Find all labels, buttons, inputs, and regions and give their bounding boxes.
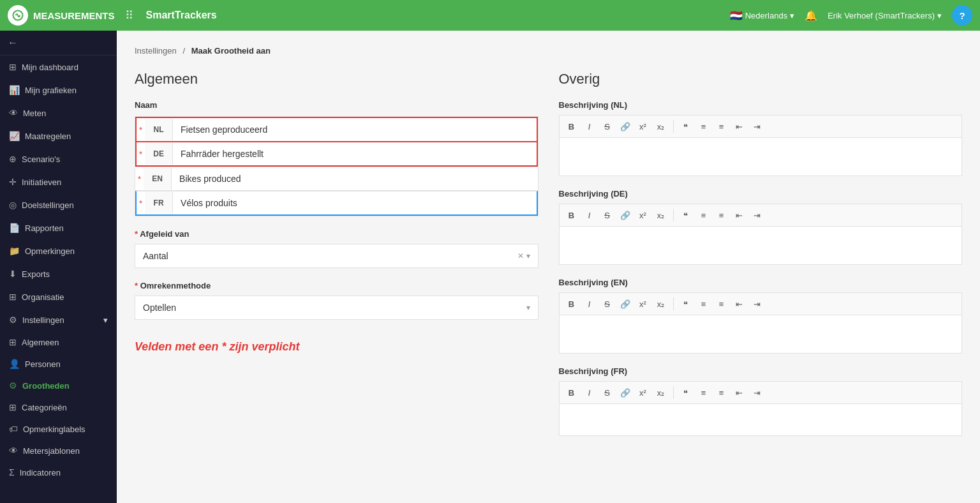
link-button-en[interactable]: 🔗 <box>617 296 634 312</box>
quote-button-nl[interactable]: ❝ <box>678 118 694 135</box>
desc-fr-editor[interactable] <box>559 404 963 436</box>
sub-button-fr[interactable]: x₂ <box>653 384 669 401</box>
ol-button-en[interactable]: ≡ <box>713 296 730 312</box>
bold-button-fr[interactable]: B <box>563 384 580 401</box>
name-input-de[interactable] <box>173 142 536 165</box>
sidebar-item-rapporten[interactable]: 📄 Rapporten <box>0 216 117 239</box>
italic-button-fr[interactable]: I <box>581 384 598 401</box>
name-row-nl: * NL <box>135 117 538 142</box>
omrekenmethode-dropdown-icon[interactable]: ▾ <box>526 303 530 312</box>
grootheden-icon: ⚙ <box>9 380 17 391</box>
sidebar-sub-indicatoren[interactable]: Σ Indicatoren <box>0 462 117 483</box>
naam-label: Naam <box>135 100 538 110</box>
sidebar-item-organisatie[interactable]: ⊞ Organisatie <box>0 285 117 308</box>
sup-button-en[interactable]: x² <box>635 296 651 312</box>
ul-button-de[interactable]: ≡ <box>695 207 712 223</box>
sidebar-item-maatregelen[interactable]: 📈 Maatregelen <box>0 124 117 147</box>
ol-button-nl[interactable]: ≡ <box>713 118 730 135</box>
afgeleid-clear-button[interactable]: ✕ <box>517 252 524 260</box>
desc-en-toolbar: B I S 🔗 x² x₂ ❝ ≡ ≡ ⇤ ⇥ <box>559 292 963 315</box>
sidebar-item-grafieken[interactable]: 📊 Mijn grafieken <box>0 79 117 101</box>
ul-button-fr[interactable]: ≡ <box>695 384 712 401</box>
sidebar-sub-metersjablonen[interactable]: 👁 Metersjablonen <box>0 440 117 462</box>
italic-button-en[interactable]: I <box>581 296 598 312</box>
sidebar-item-meten[interactable]: 👁 Meten <box>0 101 117 124</box>
app-title: SmartTrackers <box>146 10 730 21</box>
algemeen-section: Algemeen Naam * NL * DE <box>135 71 538 449</box>
sup-button-de[interactable]: x² <box>635 207 651 223</box>
omrekenmethode-required-star: * <box>135 281 140 290</box>
sidebar-item-doelstellingen[interactable]: ◎ Doelstellingen <box>0 193 117 216</box>
sidebar-item-initiatieven[interactable]: ✛ Initiatieven <box>0 170 117 193</box>
link-button-de[interactable]: 🔗 <box>617 207 634 223</box>
indent-button-fr[interactable]: ⇥ <box>749 384 766 401</box>
sidebar-item-scenarios[interactable]: ⊕ Scenario's <box>0 147 117 170</box>
sidebar-sub-opmerkinglabels[interactable]: 🏷 Opmerkinglabels <box>0 418 117 440</box>
afgeleid-select[interactable]: Aantal ✕ ▾ <box>135 244 538 268</box>
bell-icon[interactable]: 🔔 <box>805 10 817 22</box>
language-selector[interactable]: 🇳🇱 Nederlands ▾ <box>730 10 795 22</box>
outdent-button-en[interactable]: ⇤ <box>731 296 748 312</box>
name-input-nl[interactable] <box>173 118 536 141</box>
sidebar-sub-label: Opmerkinglabels <box>23 424 85 434</box>
sidebar-item-instellingen[interactable]: ⚙ Instellingen ▾ <box>0 308 117 331</box>
breadcrumb-parent[interactable]: Instellingen <box>135 46 177 56</box>
ol-button-fr[interactable]: ≡ <box>713 384 730 401</box>
desc-nl-editor[interactable] <box>559 138 963 176</box>
logo[interactable]: MEASUREMENTS <box>8 5 115 26</box>
sub-button-en[interactable]: x₂ <box>653 296 669 312</box>
sidebar-item-dashboard[interactable]: ⊞ Mijn dashboard <box>0 56 117 79</box>
grid-icon[interactable]: ⠿ <box>125 8 133 22</box>
outdent-button-de[interactable]: ⇤ <box>731 207 748 223</box>
strike-button-en[interactable]: S <box>599 296 616 312</box>
strike-button-fr[interactable]: S <box>599 384 616 401</box>
desc-de-editor[interactable] <box>559 227 963 265</box>
sidebar-sub-personen[interactable]: 👤 Personen <box>0 353 117 375</box>
desc-en-editor[interactable] <box>559 315 963 354</box>
sub-button-nl[interactable]: x₂ <box>653 118 669 135</box>
omrekenmethode-select[interactable]: Optellen ▾ <box>135 296 538 320</box>
link-button-nl[interactable]: 🔗 <box>617 118 634 135</box>
sup-button-fr[interactable]: x² <box>635 384 651 401</box>
naam-field-group: * NL * DE * EN <box>135 116 538 216</box>
afgeleid-dropdown-icon[interactable]: ▾ <box>526 252 530 260</box>
strike-button-nl[interactable]: S <box>599 118 616 135</box>
topbar: MEASUREMENTS ⠿ SmartTrackers 🇳🇱 Nederlan… <box>0 0 980 31</box>
name-input-fr[interactable] <box>173 191 536 214</box>
strike-button-de[interactable]: S <box>599 207 616 223</box>
bold-button-nl[interactable]: B <box>563 118 580 135</box>
user-menu[interactable]: Erik Verhoef (SmartTrackers) ▾ <box>828 11 942 20</box>
ul-button-en[interactable]: ≡ <box>695 296 712 312</box>
topbar-right: 🇳🇱 Nederlands ▾ 🔔 Erik Verhoef (SmartTra… <box>730 5 972 26</box>
quote-button-de[interactable]: ❝ <box>678 207 694 223</box>
sup-button-nl[interactable]: x² <box>635 118 651 135</box>
required-star-de: * <box>137 149 145 159</box>
name-input-en[interactable] <box>172 167 537 190</box>
help-button[interactable]: ? <box>952 5 972 26</box>
quote-button-fr[interactable]: ❝ <box>678 384 694 401</box>
afgeleid-required-star: * <box>135 229 140 239</box>
ul-button-nl[interactable]: ≡ <box>695 118 712 135</box>
indent-button-de[interactable]: ⇥ <box>749 207 766 223</box>
sidebar-item-exports[interactable]: ⬇ Exports <box>0 262 117 285</box>
ol-button-de[interactable]: ≡ <box>713 207 730 223</box>
desc-en-label: Beschrijving (EN) <box>559 278 963 287</box>
indent-button-en[interactable]: ⇥ <box>749 296 766 312</box>
bold-button-en[interactable]: B <box>563 296 580 312</box>
bold-button-de[interactable]: B <box>563 207 580 223</box>
link-button-fr[interactable]: 🔗 <box>617 384 634 401</box>
sub-button-de[interactable]: x₂ <box>653 207 669 223</box>
quote-button-en[interactable]: ❝ <box>678 296 694 312</box>
italic-button-nl[interactable]: I <box>581 118 598 135</box>
sidebar-sub-grootheden[interactable]: ⚙ Grootheden <box>0 375 117 396</box>
sidebar-sub-categorieen[interactable]: ⊞ Categorieën <box>0 396 117 418</box>
sidebar-item-opmerkingen[interactable]: 📁 Opmerkingen <box>0 239 117 262</box>
outdent-button-nl[interactable]: ⇤ <box>731 118 748 135</box>
indent-button-nl[interactable]: ⇥ <box>749 118 766 135</box>
dashboard-icon: ⊞ <box>9 62 17 72</box>
italic-button-de[interactable]: I <box>581 207 598 223</box>
flag-icon: 🇳🇱 <box>730 10 743 22</box>
sidebar-sub-algemeen[interactable]: ⊞ Algemeen <box>0 331 117 353</box>
sidebar-collapse-button[interactable]: ← <box>0 31 117 56</box>
outdent-button-fr[interactable]: ⇤ <box>731 384 748 401</box>
